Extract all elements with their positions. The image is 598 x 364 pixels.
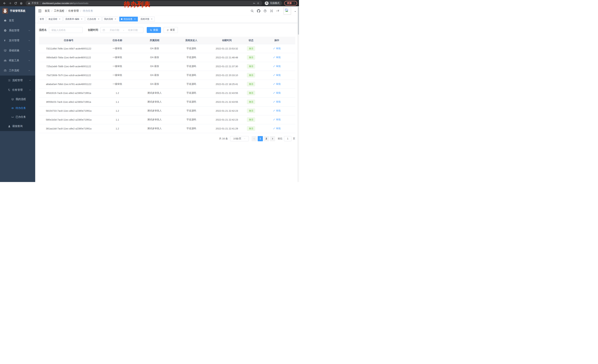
close-tab-icon[interactable]: × — [97, 18, 100, 20]
reload-icon[interactable] — [13, 0, 18, 6]
svg-text:T: T — [277, 10, 277, 12]
key-icon[interactable] — [252, 1, 256, 5]
breadcrumb-item[interactable]: 工作流程 — [54, 9, 64, 13]
cell-task-name: 1.1 — [98, 115, 136, 124]
sidebar-item-label: 首页 — [9, 19, 14, 22]
end-date-input[interactable] — [125, 29, 141, 32]
sidebar-item-task-management[interactable]: 任务管理 — [0, 85, 35, 95]
update-button[interactable]: 更新 — [284, 1, 297, 6]
process-name-input[interactable] — [49, 27, 83, 33]
chev-up — [29, 89, 31, 91]
sidebar-collapse-icon[interactable] — [38, 9, 42, 13]
sidebar-item-workflow[interactable]: 工作流程 — [0, 65, 35, 75]
scrollbar-thumb[interactable] — [298, 7, 299, 35]
search-icon[interactable] — [250, 9, 254, 13]
cell-created: 2022-01-22 23:53:32 — [210, 44, 244, 53]
cell-process: OA 请假 — [136, 71, 173, 80]
prev-page-button[interactable] — [252, 136, 257, 141]
sidebar-item-label: 任务管理 — [12, 88, 23, 92]
date-range-picker[interactable]: - — [100, 27, 143, 33]
fullscreen-icon[interactable] — [270, 9, 273, 13]
security-chip[interactable]: 不安全 — [28, 1, 39, 5]
page-button-2[interactable]: 2 — [264, 136, 269, 141]
tab-start-process[interactable]: 发起流程× — [47, 17, 63, 22]
tab-my-process[interactable]: 我的流程× — [102, 17, 118, 22]
close-tab-icon[interactable]: × — [114, 18, 117, 20]
approve-link[interactable]: 审批 — [273, 118, 281, 121]
approve-link[interactable]: 审批 — [273, 47, 281, 50]
sidebar-item-infrastructure[interactable]: 基础设施 — [0, 46, 35, 56]
flow-icon — [8, 89, 11, 91]
tab-done-tasks[interactable]: 已办任务× — [86, 17, 101, 22]
next-page-button[interactable] — [270, 136, 275, 141]
approve-link[interactable]: 审批 — [273, 91, 281, 95]
pagination: 共 16 条10条/页12前往页 — [39, 136, 295, 141]
browser-menu-icon[interactable] — [293, 2, 295, 4]
approve-link[interactable]: 审批 — [273, 56, 281, 59]
active-tab-dot — [121, 18, 123, 20]
cell-task-id: 58154733-7ac8-11ec-a9e2-a2380e71991a — [39, 106, 98, 115]
tab-todo-tasks[interactable]: 待办任务× — [119, 17, 138, 22]
url-path: /bpm/task/todo — [72, 2, 88, 5]
sidebar-item-my-process[interactable]: 我的流程 — [0, 95, 35, 104]
approve-link[interactable]: 审批 — [273, 109, 281, 112]
breadcrumb-item[interactable]: 任务管理 — [68, 9, 79, 13]
tab-process-form-edit[interactable]: 流程表单-编辑× — [64, 17, 85, 22]
close-tab-icon[interactable]: × — [80, 18, 83, 20]
approve-link[interactable]: 审批 — [273, 100, 281, 104]
edit-icon — [273, 65, 275, 67]
goto-page-input[interactable] — [284, 136, 291, 141]
home-icon[interactable] — [18, 0, 24, 6]
bookmark-star-icon[interactable] — [256, 1, 260, 5]
cell-process: OA 请假 — [136, 62, 173, 71]
tab-process-detail[interactable]: 流程详情× — [139, 17, 155, 22]
window-scrollbar[interactable] — [298, 6, 299, 182]
chev-up — [28, 69, 30, 72]
status-badge: 激活 — [247, 100, 255, 104]
warning-icon — [28, 2, 30, 4]
sidebar-item-home[interactable]: 首页 — [0, 16, 35, 25]
user-avatar[interactable] — [284, 7, 291, 15]
user-menu-caret-icon[interactable] — [294, 10, 296, 12]
svg-text:T: T — [278, 9, 279, 12]
page-button-1[interactable]: 1 — [258, 136, 263, 141]
close-tab-icon[interactable]: × — [133, 18, 136, 20]
sidebar-item-dev-tools[interactable]: 研发工具 — [0, 56, 35, 65]
font-size-icon[interactable]: TT — [276, 9, 280, 13]
list-tree-icon — [8, 79, 11, 82]
sidebar-item-system-management[interactable]: 系统管理 — [0, 25, 35, 36]
cell-process: 测试多审批人 — [136, 115, 173, 124]
incognito-icon — [265, 1, 269, 5]
approve-link[interactable]: 审批 — [273, 127, 281, 130]
eye-icon — [11, 107, 14, 110]
tab-home[interactable]: 首页 — [38, 17, 46, 22]
sidebar-item-todo-tasks[interactable]: 待办任务 — [0, 104, 35, 113]
github-icon[interactable] — [257, 9, 260, 13]
app-logo-row[interactable]: 芋道管理系统 — [0, 6, 35, 16]
sidebar-item-payment-management[interactable]: ¥支付管理 — [0, 36, 35, 46]
edit-icon — [273, 47, 275, 50]
close-tab-icon[interactable]: × — [58, 18, 61, 20]
sidebar-item-done-tasks[interactable]: 已办任务 — [0, 113, 35, 121]
cell-task-name: 一级审批 — [98, 80, 136, 89]
approve-link[interactable]: 审批 — [273, 82, 281, 86]
approve-link[interactable]: 审批 — [273, 65, 281, 68]
page-size-select[interactable]: 10条/页 — [230, 136, 249, 141]
start-date-input[interactable] — [106, 29, 123, 32]
breadcrumb-item[interactable]: 首页 — [45, 9, 50, 13]
cell-created: 2022-01-22 21:48:48 — [210, 53, 244, 62]
column-header: 任务名称 — [98, 37, 136, 44]
back-icon[interactable] — [2, 0, 7, 6]
cell-task-id: 8f0d1619-7ac8-11ec-a9e2-a2380e71991a — [39, 89, 98, 97]
cell-initiator: 芋道源码 — [173, 80, 210, 89]
search-button[interactable]: 搜索 — [147, 27, 161, 33]
help-icon[interactable] — [263, 9, 267, 13]
tags-view: 首页发起流程×流程表单-编辑×已办任务×我的流程×待办任务×流程详情× — [35, 16, 299, 23]
forward-icon[interactable] — [8, 0, 13, 6]
reset-button[interactable]: 重置 — [164, 27, 178, 33]
sidebar-item-label: 系统管理 — [9, 29, 19, 32]
approve-link[interactable]: 审批 — [273, 73, 281, 77]
close-tab-icon[interactable]: × — [150, 18, 153, 20]
sidebar-item-process-management[interactable]: 流程管理 — [0, 75, 35, 85]
sidebar-item-leave-query[interactable]: 请假查询 — [0, 121, 35, 131]
